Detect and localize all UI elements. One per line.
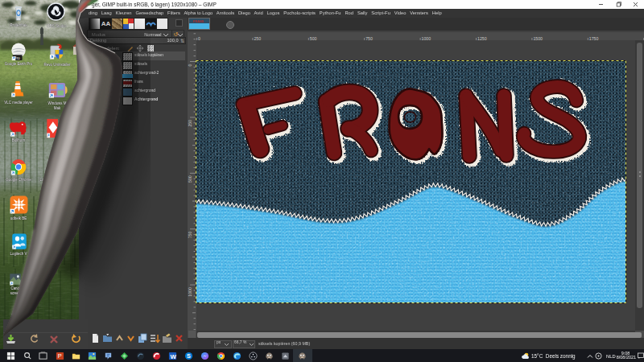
- svg-text:S: S: [187, 352, 191, 360]
- svg-text:P: P: [58, 352, 62, 360]
- svg-text:W: W: [170, 353, 176, 360]
